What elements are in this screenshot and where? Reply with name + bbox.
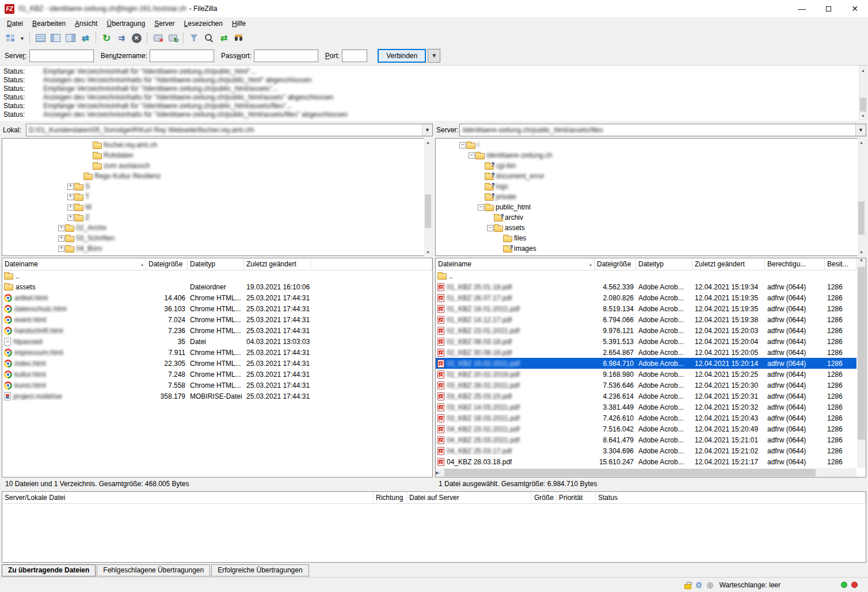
column-header[interactable]: Status [596, 492, 866, 503]
quickconnect-dropdown[interactable]: ▼ [428, 49, 440, 63]
tree-item[interactable]: files [459, 233, 866, 243]
column-header[interactable]: Dateiname [2, 258, 146, 270]
tree-item[interactable]: / [459, 140, 866, 150]
scroll-up-icon[interactable]: ▲ [858, 138, 865, 146]
scroll-right-icon[interactable]: ▶ [436, 468, 439, 477]
tree-item[interactable]: logs [459, 181, 866, 192]
column-header[interactable]: Besit... [825, 258, 856, 270]
settings-gear-icon[interactable]: ⚙ [695, 581, 703, 589]
site-manager-button[interactable] [3, 31, 17, 45]
remote-path-combobox[interactable]: /identitaere-zeitung.ch/public_html/asse… [459, 124, 866, 136]
scroll-down-icon[interactable]: ▼ [858, 248, 865, 256]
queue-tab[interactable]: Zu übertragende Dateien [2, 564, 96, 576]
scroll-down-icon[interactable]: ▼ [424, 248, 432, 256]
file-row[interactable]: 03_KBZ 18.03.2021.pdf 7.426.610 Adobe Ac… [436, 413, 856, 423]
menu-item[interactable]: Server [150, 18, 179, 29]
tree-expander[interactable] [58, 225, 65, 231]
tree-expander[interactable] [459, 142, 466, 148]
chevron-down-icon[interactable]: ▼ [855, 124, 866, 136]
toolbar-separator[interactable] [29, 32, 30, 44]
file-row[interactable]: assets Dateiordner 19.03.2021 16:10:06 [2, 281, 432, 292]
file-row[interactable]: 01_KBZ 18.01.2021.pdf 8.519.134 Adobe Ac… [436, 303, 856, 314]
file-row[interactable]: 02_KBZ 23.01.2021.pdf 9.976.121 Adobe Ac… [436, 325, 856, 336]
file-row[interactable]: .. [436, 270, 856, 281]
scroll-down-icon[interactable]: ▼ [859, 112, 867, 120]
file-row[interactable]: 03_KBZ 28.02.2021.pdf 7.536.646 Adobe Ac… [436, 380, 856, 391]
tree-expander[interactable] [486, 225, 494, 231]
cancel-operation-button[interactable] [130, 31, 143, 45]
chevron-down-icon[interactable]: ▼ [422, 124, 432, 136]
tree-item[interactable]: fischer.rey.amt.ch [2, 140, 432, 150]
file-row[interactable]: 04_KBZ 28.03.18.pdf 15.610.247 Adobe Acr… [436, 456, 856, 467]
toggle-log-button[interactable] [33, 31, 47, 45]
menu-item[interactable]: Lesezeichen [180, 18, 227, 29]
menu-item[interactable]: Datei [2, 18, 28, 29]
tree-item[interactable]: 04_Büro [2, 243, 432, 254]
maximize-button[interactable] [815, 0, 842, 17]
remote-list-hscrollbar[interactable]: ◀ ▶ [436, 468, 856, 477]
column-header[interactable]: Server/Lokale Datei [2, 492, 374, 503]
column-header[interactable]: Dateigröße [146, 258, 188, 270]
file-row[interactable]: kultur.html 7.248 Chrome HTML... 25.03.2… [2, 369, 432, 380]
file-row[interactable]: .. [2, 270, 432, 281]
menu-item[interactable]: Hilfe [227, 18, 250, 29]
file-row[interactable]: 04_KBZ 25.03.2021.pdf 8.641.479 Adobe Ac… [436, 434, 856, 445]
tree-expander[interactable] [67, 204, 74, 211]
file-row[interactable]: datenschutz.html 36.103 Chrome HTML... 2… [2, 303, 432, 314]
tree-item[interactable]: public_html [459, 202, 866, 212]
close-button[interactable]: ✕ [842, 0, 868, 17]
find-files-button[interactable] [232, 31, 246, 45]
file-row[interactable]: 02_KBZ 20.02.2019.pdf 9.168.980 Adobe Ac… [436, 369, 856, 380]
local-path-combobox[interactable]: D:\01_Kundendaten\05_Sonstige\R\Kurt Rey… [26, 124, 433, 136]
remote-tree-scrollbar[interactable]: ▲ ▼ [858, 138, 866, 256]
column-header[interactable]: Zuletzt geändert [692, 258, 765, 270]
refresh-button[interactable] [100, 31, 113, 45]
queue-tab[interactable]: Erfolgreiche Übertragungen [211, 564, 309, 576]
tree-expander[interactable] [58, 246, 65, 252]
file-row[interactable]: artikel.html 14.406 Chrome HTML... 25.03… [2, 292, 432, 303]
local-tree-scrollbar[interactable]: ▲ ▼ [424, 138, 433, 256]
column-header[interactable]: Berechtigu... [765, 258, 825, 270]
filter-button[interactable] [187, 31, 201, 45]
tree-item[interactable]: Rego Kultur Resilienz [2, 171, 432, 181]
menu-item[interactable]: Bearbeiten [28, 18, 70, 29]
file-row[interactable]: 02_KBZ 19.02.2021.pdf 6.984.710 Adobe Ac… [436, 358, 856, 369]
remote-list-vscrollbar[interactable]: ▲ ▼ [857, 258, 866, 468]
column-header[interactable]: Dateityp [636, 258, 692, 270]
compare-directories-button[interactable] [202, 31, 216, 45]
file-row[interactable]: 01_KBZ 26.07.17.pdf 2.080.826 Adobe Acro… [436, 292, 856, 303]
file-row[interactable]: 04_KBZ 23.02.2021.pdf 7.516.042 Adobe Ac… [436, 423, 856, 434]
tree-item[interactable]: assets [459, 223, 866, 233]
file-row[interactable]: project.mobirise 358.179 MOBIRISE-Datei … [2, 391, 432, 402]
toggle-local-tree-button[interactable] [48, 31, 62, 45]
toolbar-separator[interactable] [183, 32, 184, 44]
column-header[interactable] [311, 258, 432, 270]
file-row[interactable]: handschrift.html 7.236 Chrome HTML... 25… [2, 325, 432, 336]
toolbar-separator[interactable] [96, 32, 96, 44]
tree-item[interactable]: archiv [459, 212, 866, 223]
file-row[interactable]: 03_KBZ 14.03.2021.pdf 3.381.449 Adobe Ac… [436, 402, 856, 413]
disconnect-button[interactable] [151, 31, 165, 45]
file-row[interactable]: 04_KBZ 25.03.17.pdf 3.304.696 Adobe Acro… [436, 445, 856, 456]
menu-item[interactable]: Ansicht [70, 18, 102, 29]
tree-item[interactable]: private [459, 192, 866, 202]
tree-item[interactable]: S [2, 181, 432, 192]
column-header[interactable]: Dateigröße [595, 258, 636, 270]
tree-expander[interactable] [67, 194, 74, 200]
toggle-remote-tree-button[interactable] [63, 31, 77, 45]
password-input[interactable] [254, 49, 318, 62]
tree-item[interactable]: T [2, 192, 432, 202]
file-row[interactable]: htpasswd 35 Datei 04.03.2021 13:03:03 [2, 336, 432, 347]
quickconnect-button[interactable]: Verbinden [378, 49, 426, 63]
column-header[interactable]: Größe [531, 492, 557, 503]
file-row[interactable]: 03_KBZ 25.03.15.pdf 4.236.614 Adobe Acro… [436, 391, 856, 402]
reconnect-button[interactable] [166, 31, 180, 45]
file-row[interactable]: 01_KBZ 14.12.17.pdf 6.794.066 Adobe Acro… [436, 314, 856, 325]
file-row[interactable]: event.html 7.024 Chrome HTML... 25.03.20… [2, 314, 432, 325]
tls-lock-icon[interactable] [684, 584, 691, 589]
column-header[interactable]: Richtung [374, 492, 407, 503]
tree-item[interactable]: images [459, 243, 866, 254]
column-header[interactable]: Datei auf Server [407, 492, 531, 503]
scroll-down-icon[interactable]: ▼ [857, 258, 866, 262]
tree-item[interactable]: identitaere-zeitung.ch [459, 150, 866, 161]
